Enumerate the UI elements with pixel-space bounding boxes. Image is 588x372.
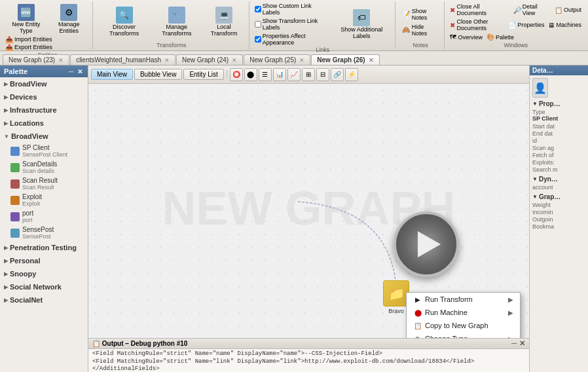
output-panel: 📋 Output – Debug python #10 ─ ✕ <Field M… (88, 338, 529, 372)
prop-end-label: End dat (532, 130, 585, 137)
manage-transforms-button[interactable]: 🔧 Manage Transforms (151, 5, 202, 39)
tab-new-graph-24[interactable]: New Graph (24)✕ (176, 54, 243, 65)
properties-button[interactable]: 📄Properties (507, 18, 545, 32)
sidebar: Palette ─ ✕ ▶ BroadView ▶ Devices (0, 65, 88, 372)
sidebar-item-scan-details[interactable]: ScanDetailsScan details (0, 159, 88, 176)
play-button[interactable] (394, 212, 459, 277)
sidebar-category-broadview1[interactable]: ▶ BroadView (0, 77, 88, 90)
hide-notes-button[interactable]: 🙈Hide Notes (401, 23, 441, 37)
ribbon-group-links: Show Custom Link Labels Show Transform L… (251, 1, 395, 49)
tab-new-graph-25[interactable]: New Graph (25)✕ (244, 54, 310, 65)
discover-transforms-button[interactable]: 🔍 Discover Transforms (98, 5, 150, 39)
output-minimize-button[interactable]: ─ (511, 339, 517, 348)
tab-new-graph-26[interactable]: New Graph (26)✕ (311, 54, 379, 65)
view-icon-graph[interactable]: 📈 (287, 68, 301, 81)
sidebar-category-personal[interactable]: ▶ Personal (0, 254, 88, 267)
output-header: 📋 Output – Debug python #10 ─ ✕ (88, 339, 529, 349)
tab-new-graph-23[interactable]: New Graph (23)✕ (3, 54, 69, 65)
expand-icon: ▶ (4, 284, 8, 290)
ribbon-group-transforms: 🔍 Discover Transforms 🔧 Manage Transform… (94, 1, 249, 49)
detail-view-button[interactable]: 🔎Detail View (512, 3, 552, 17)
context-menu-item-change-type[interactable]: ⟳Change Type ▶ (407, 332, 520, 338)
change-type-icon: ⟳ (413, 335, 422, 339)
sidebar-close-button[interactable]: ✕ (76, 68, 84, 75)
output-button[interactable]: 📋Output (553, 3, 583, 17)
context-menu-item-copy-to-new-graph[interactable]: 📋Copy to New Graph (407, 319, 520, 332)
view-icon-grid[interactable]: ⊞ (302, 68, 315, 81)
run-transform-icon: ▶ (413, 296, 422, 303)
close-other-documents-button[interactable]: ✖Close Other Documents (449, 18, 505, 32)
bubble-view-button[interactable]: Bubble View (134, 69, 182, 80)
tab-clients-weighted[interactable]: clientsWeighted_humanHash✕ (70, 54, 175, 65)
new-entity-type-button[interactable]: 🆕 New Entity Type (5, 3, 47, 36)
sidebar-category-snoopy[interactable]: ▶ Snoopy (0, 267, 88, 280)
sidebar-category-infrastructure[interactable]: ▶ Infrastructure (0, 103, 88, 117)
ribbon-group-notes-label: Notes (413, 41, 428, 49)
output-content: <Field MatchingRule="strict" Name="name"… (88, 349, 529, 372)
tab-close-icon[interactable]: ✕ (299, 57, 304, 64)
entity-label: Bravo (388, 308, 404, 314)
graph-bookmark-label: Bookma (532, 223, 585, 230)
expand-icon: ▶ (4, 94, 8, 100)
sidebar-category-socialnet[interactable]: ▶ SocialNet (0, 293, 88, 307)
show-custom-checkbox[interactable]: Show Custom Link Labels (255, 3, 330, 16)
ribbon-group-links-label: Links (255, 46, 391, 54)
view-icon-circle[interactable]: ⭕ (230, 68, 243, 81)
show-additional-labels-button[interactable]: 🏷 Show Additional Labels (333, 8, 391, 41)
context-menu: ▶Run Transform ▶ ⬤Run Machine ▶ 📋Copy to… (406, 292, 521, 338)
view-icon-dot[interactable]: ⬤ (244, 68, 257, 81)
view-icon-minus[interactable]: ⊟ (316, 68, 329, 81)
prop-type-value: SP Client (532, 115, 585, 122)
expand-icon: ▶ (4, 81, 8, 87)
import-entities-button[interactable]: 📥Import Entities (5, 36, 90, 43)
right-panel-section-properties: ▼ Prop… Type SP Client Start dat End dat… (532, 100, 585, 173)
local-transform-button[interactable]: 💻 Local Transform (203, 5, 244, 39)
expand-icon: ▶ (4, 245, 8, 251)
tab-close-icon[interactable]: ✕ (164, 57, 170, 64)
prop-id-label: id (532, 138, 585, 144)
entity-node[interactable]: 📁 Bravo (383, 280, 409, 314)
graph-outgoing-label: Outgoin (532, 216, 585, 223)
ribbon-group-windows-label: Windows (504, 41, 528, 49)
view-icon-list[interactable]: ☰ (259, 68, 272, 81)
sidebar-item-sp-client[interactable]: SP ClientSensePost Client (0, 143, 88, 159)
graph-incoming-label: Incomin (532, 209, 585, 215)
sidebar-category-devices[interactable]: ▶ Devices (0, 90, 88, 103)
sidebar-category-penetration[interactable]: ▶ Penetration Testing (0, 241, 88, 254)
view-icon-lightning[interactable]: ⚡ (345, 68, 358, 81)
manage-entities-button[interactable]: ⚙ Manage Entities (48, 3, 90, 36)
right-panel-content: 👤 ▼ Prop… Type SP Client Start dat End d… (530, 75, 588, 372)
tab-close-icon[interactable]: ✕ (58, 57, 64, 64)
show-transform-checkbox[interactable]: Show Transform Link Labels (255, 18, 330, 31)
context-menu-item-run-transform[interactable]: ▶Run Transform ▶ (407, 293, 520, 306)
graph-canvas[interactable]: NEW GRAPH 📁 Bravo ▶Run Transfor (88, 84, 529, 338)
view-icon-link[interactable]: 🔗 (331, 68, 344, 81)
sidebar-item-scan-result[interactable]: Scan ResultScan Result (0, 176, 88, 192)
sidebar-item-exploit[interactable]: ExploitExploit (0, 192, 88, 208)
main-view-button[interactable]: Main View (91, 69, 133, 80)
overview-button[interactable]: 🗺Overview (449, 33, 484, 41)
ribbon: 🆕 New Entity Type ⚙ Manage Entities 📥Imp… (0, 0, 588, 51)
tab-close-icon[interactable]: ✕ (369, 57, 374, 64)
palette-button[interactable]: 🎨Palette (485, 33, 515, 41)
machines-button[interactable]: 🖥Machines (547, 18, 583, 32)
context-menu-item-run-machine[interactable]: ⬤Run Machine ▶ (407, 306, 520, 319)
sidebar-minimize-button[interactable]: ─ (67, 68, 75, 75)
expand-icon: ▼ (532, 176, 538, 182)
output-close-button[interactable]: ✕ (519, 339, 525, 348)
close-all-documents-button[interactable]: ✖Close All Documents (449, 3, 510, 17)
sidebar-category-locations[interactable]: ▶ Locations (0, 117, 88, 130)
submenu-arrow-icon: ▶ (508, 309, 513, 316)
sidebar-category-broadview2[interactable]: ▼ BroadView (0, 130, 88, 143)
properties-affect-checkbox[interactable]: Properties Affect Appearance (255, 33, 330, 46)
right-panel-section-graph: ▼ Grap… Weight Incomin Outgoin Bookma (532, 193, 585, 230)
tab-close-icon[interactable]: ✕ (232, 57, 237, 64)
avatar: 👤 (532, 78, 548, 98)
entity-list-button[interactable]: Entity List (183, 69, 223, 80)
sidebar-category-social-network[interactable]: ▶ Social Network (0, 280, 88, 293)
export-entities-button[interactable]: 📤Export Entities (5, 44, 90, 51)
show-notes-button[interactable]: 📝Show Notes (401, 7, 441, 22)
sidebar-item-port[interactable]: portport (0, 208, 88, 225)
view-icon-chart[interactable]: 📊 (273, 68, 286, 81)
sidebar-item-sensepost[interactable]: SensePostSensePost (0, 225, 88, 241)
